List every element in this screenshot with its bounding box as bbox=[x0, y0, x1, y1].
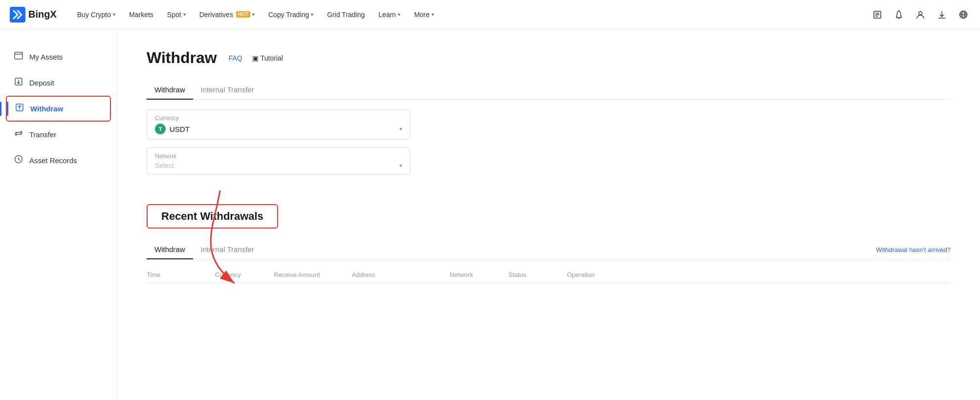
tutorial-icon: ▣ bbox=[252, 54, 259, 62]
chevron-down-icon: ▾ bbox=[399, 126, 402, 132]
chevron-down-icon: ▾ bbox=[398, 12, 400, 17]
nav-copy-trading[interactable]: Copy Trading ▾ bbox=[262, 8, 319, 21]
table-columns: Time Currency Receive Amount Address Net… bbox=[147, 267, 951, 283]
bingx-logo-icon bbox=[10, 7, 25, 22]
network-field-group: Network Select ▾ bbox=[147, 147, 411, 175]
nav-links: Buy Crypto ▾ Markets Spot ▾ Derivatives … bbox=[71, 8, 871, 21]
hot-badge: HOT bbox=[236, 11, 250, 18]
bell-icon[interactable] bbox=[892, 8, 906, 21]
network-value: Select ▾ bbox=[155, 162, 402, 169]
svg-point-25 bbox=[18, 159, 19, 160]
logo[interactable]: BingX bbox=[10, 7, 57, 22]
col-time: Time bbox=[147, 271, 215, 278]
tutorial-link[interactable]: ▣ Tutorial bbox=[252, 54, 283, 62]
asset-records-icon bbox=[14, 154, 23, 167]
deposit-icon bbox=[14, 77, 23, 89]
sidebar-item-transfer[interactable]: Transfer bbox=[0, 122, 117, 147]
col-currency: Currency bbox=[215, 271, 274, 278]
col-network: Network bbox=[450, 271, 508, 278]
sidebar-label-withdraw: Withdraw bbox=[30, 105, 63, 113]
page-title: Withdraw bbox=[147, 49, 217, 67]
sidebar-item-my-assets[interactable]: My Assets bbox=[0, 44, 117, 70]
withdraw-tabs: Withdraw Internal Transfer bbox=[147, 81, 951, 100]
chevron-down-icon: ▾ bbox=[113, 12, 115, 17]
chevron-down-icon: ▾ bbox=[311, 12, 313, 17]
nav-more[interactable]: More ▾ bbox=[408, 8, 440, 21]
recent-tabs: Withdraw Internal Transfer Withdrawal ha… bbox=[147, 240, 951, 259]
chevron-down-icon: ▾ bbox=[252, 12, 255, 17]
chevron-down-icon: ▾ bbox=[183, 12, 186, 17]
network-label: Network bbox=[155, 153, 402, 160]
recent-withdrawals-title-box: Recent Withdrawals bbox=[147, 204, 278, 229]
sidebar-label-asset-records: Asset Records bbox=[29, 156, 77, 165]
logo-text: BingX bbox=[28, 9, 57, 20]
currency-label: Currency bbox=[155, 115, 402, 122]
recent-tab-internal-transfer[interactable]: Internal Transfer bbox=[193, 240, 262, 259]
transfer-icon bbox=[14, 128, 23, 141]
nav-icons bbox=[871, 8, 970, 21]
sidebar-item-withdraw[interactable]: Withdraw bbox=[6, 96, 111, 122]
tab-withdraw[interactable]: Withdraw bbox=[147, 81, 193, 100]
main-content: Withdraw FAQ ▣ Tutorial Withdraw Interna… bbox=[117, 29, 980, 400]
col-status: Status bbox=[508, 271, 567, 278]
nav-markets[interactable]: Markets bbox=[123, 8, 159, 21]
usdt-icon: T bbox=[155, 124, 166, 134]
network-dropdown[interactable]: Network Select ▾ bbox=[147, 147, 411, 175]
download-icon[interactable] bbox=[935, 8, 949, 21]
page-links: FAQ ▣ Tutorial bbox=[229, 54, 283, 62]
nav-grid-trading[interactable]: Grid Trading bbox=[321, 8, 370, 21]
col-operation: Operation bbox=[567, 271, 626, 278]
svg-point-5 bbox=[898, 18, 899, 19]
svg-point-6 bbox=[919, 11, 922, 15]
col-address: Address bbox=[352, 271, 450, 278]
sidebar-label-deposit: Deposit bbox=[29, 79, 54, 87]
faq-link[interactable]: FAQ bbox=[229, 54, 242, 62]
sidebar-item-asset-records[interactable]: Asset Records bbox=[0, 147, 117, 173]
sidebar: My Assets Deposit Withdraw bbox=[0, 29, 117, 400]
page-header: Withdraw FAQ ▣ Tutorial bbox=[147, 49, 951, 67]
nav-derivatives[interactable]: Derivatives HOT ▾ bbox=[194, 8, 261, 21]
nav-buy-crypto[interactable]: Buy Crypto ▾ bbox=[71, 8, 121, 21]
sidebar-active-indicator bbox=[7, 102, 8, 116]
globe-icon[interactable] bbox=[957, 8, 970, 21]
withdrawal-not-arrived-link[interactable]: Withdrawal hasn't arrived? bbox=[876, 240, 951, 259]
orders-icon[interactable] bbox=[871, 8, 884, 21]
currency-field-group: Currency T USDT ▾ bbox=[147, 109, 411, 140]
chevron-down-icon: ▾ bbox=[432, 12, 434, 17]
tab-internal-transfer[interactable]: Internal Transfer bbox=[193, 81, 262, 100]
recent-withdrawals-section: Recent Withdrawals Withdraw Internal Tra… bbox=[147, 204, 951, 283]
withdraw-icon bbox=[15, 103, 24, 115]
nav-learn[interactable]: Learn ▾ bbox=[372, 8, 406, 21]
currency-value: T USDT ▾ bbox=[155, 124, 402, 134]
svg-rect-14 bbox=[15, 52, 22, 59]
sidebar-label-transfer: Transfer bbox=[29, 130, 56, 139]
user-icon[interactable] bbox=[914, 8, 927, 21]
sidebar-item-deposit[interactable]: Deposit bbox=[0, 70, 117, 96]
main-layout: My Assets Deposit Withdraw bbox=[0, 29, 980, 400]
recent-tab-withdraw[interactable]: Withdraw bbox=[147, 240, 193, 259]
withdraw-form: Currency T USDT ▾ Network bbox=[147, 109, 411, 175]
navbar: BingX Buy Crypto ▾ Markets Spot ▾ Deriva… bbox=[0, 0, 980, 29]
col-receive-amount: Receive Amount bbox=[274, 271, 352, 278]
currency-dropdown[interactable]: Currency T USDT ▾ bbox=[147, 109, 411, 140]
chevron-down-icon: ▾ bbox=[399, 162, 402, 169]
sidebar-label-my-assets: My Assets bbox=[29, 53, 63, 61]
my-assets-icon bbox=[14, 51, 23, 63]
nav-spot[interactable]: Spot ▾ bbox=[161, 8, 192, 21]
network-placeholder: Select bbox=[155, 162, 174, 169]
recent-withdrawals-title: Recent Withdrawals bbox=[161, 210, 263, 222]
